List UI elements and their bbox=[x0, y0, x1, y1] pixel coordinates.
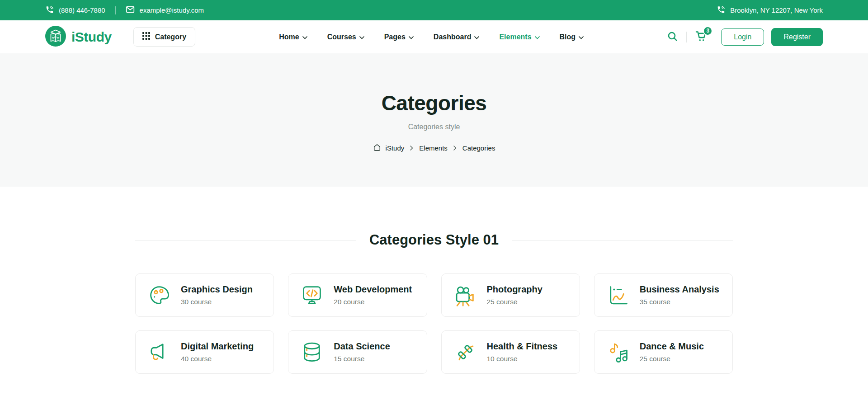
megaphone-icon bbox=[147, 340, 171, 364]
nav-label: Pages bbox=[384, 33, 406, 41]
search-button[interactable] bbox=[667, 31, 678, 43]
chevron-right-icon bbox=[453, 144, 457, 152]
istudy-logo-icon bbox=[45, 26, 66, 48]
category-course-count: 40 course bbox=[181, 355, 254, 363]
chevron-down-icon bbox=[474, 33, 479, 41]
category-card-web-development[interactable]: Web Development 20 course bbox=[288, 273, 427, 317]
heading-line-right bbox=[512, 240, 733, 240]
category-course-count: 10 course bbox=[487, 355, 558, 363]
phone-icon bbox=[45, 5, 54, 15]
section-heading: Categories Style 01 bbox=[135, 232, 733, 248]
register-button[interactable]: Register bbox=[771, 28, 823, 46]
chevron-down-icon bbox=[302, 33, 307, 41]
header-left: iStudy Category bbox=[45, 26, 195, 48]
category-course-count: 20 course bbox=[334, 298, 412, 306]
brand-name: iStudy bbox=[71, 29, 112, 45]
category-card-graphics-design[interactable]: Graphics Design 30 course bbox=[135, 273, 274, 317]
category-name: Web Development bbox=[334, 284, 412, 295]
topbar-email-text: example@istudy.com bbox=[140, 6, 204, 14]
category-course-count: 35 course bbox=[640, 298, 719, 306]
category-name: Business Analysis bbox=[640, 284, 719, 295]
chevron-right-icon bbox=[410, 144, 413, 152]
brand-logo-link[interactable]: iStudy bbox=[45, 26, 112, 48]
nav-item-pages[interactable]: Pages bbox=[384, 33, 414, 41]
topbar-location-text: Brooklyn, NY 12207, New York bbox=[730, 6, 823, 14]
category-name: Dance & Music bbox=[640, 341, 704, 352]
category-card-business-analysis[interactable]: Business Analysis 35 course bbox=[594, 273, 733, 317]
breadcrumb-item: Elements bbox=[419, 144, 448, 152]
topbar-contact-group: (888) 446-7880 example@istudy.com bbox=[45, 5, 204, 15]
video-camera-icon bbox=[453, 283, 477, 307]
category-course-count: 25 course bbox=[487, 298, 542, 306]
chevron-down-icon bbox=[359, 33, 364, 41]
page-subtitle: Categories style bbox=[408, 123, 460, 131]
mail-icon bbox=[126, 5, 135, 15]
breadcrumb: iStudy Elements Categories bbox=[373, 143, 495, 153]
code-monitor-icon bbox=[300, 283, 324, 307]
category-name: Digital Marketing bbox=[181, 341, 254, 352]
nav-item-home[interactable]: Home bbox=[279, 33, 307, 41]
category-card-digital-marketing[interactable]: Digital Marketing 40 course bbox=[135, 330, 274, 374]
music-notes-icon bbox=[606, 340, 630, 364]
topbar-phone-text: (888) 446-7880 bbox=[59, 6, 105, 14]
topbar-location-group: Brooklyn, NY 12207, New York bbox=[717, 5, 823, 15]
page-title: Categories bbox=[382, 91, 487, 115]
grid-icon bbox=[142, 32, 150, 42]
topbar-location: Brooklyn, NY 12207, New York bbox=[717, 5, 823, 15]
cart-count-badge: 3 bbox=[703, 26, 712, 36]
heading-line-left bbox=[135, 240, 356, 240]
cart-button[interactable]: 3 bbox=[695, 31, 708, 43]
category-card-data-science[interactable]: Data Science 15 course bbox=[288, 330, 427, 374]
header-divider bbox=[686, 32, 687, 42]
nav-label: Blog bbox=[560, 33, 576, 41]
category-name: Graphics Design bbox=[181, 284, 253, 295]
nav-item-blog[interactable]: Blog bbox=[560, 33, 584, 41]
search-icon bbox=[667, 31, 678, 43]
category-button-label: Category bbox=[155, 33, 186, 41]
line-chart-icon bbox=[606, 283, 630, 307]
site-header: iStudy Category Home Courses Pages Dashb… bbox=[0, 20, 868, 53]
database-icon bbox=[300, 340, 324, 364]
main-nav: Home Courses Pages Dashboard Elements Bl… bbox=[195, 33, 667, 41]
category-name: Health & Fitness bbox=[487, 341, 558, 352]
home-icon bbox=[373, 143, 381, 153]
category-name: Photography bbox=[487, 284, 542, 295]
category-course-count: 30 course bbox=[181, 298, 253, 306]
nav-label: Home bbox=[279, 33, 299, 41]
chevron-down-icon bbox=[535, 33, 540, 41]
category-card-health-fitness[interactable]: Health & Fitness 10 course bbox=[441, 330, 580, 374]
topbar-email-link[interactable]: example@istudy.com bbox=[126, 5, 204, 15]
location-icon bbox=[717, 5, 725, 15]
categories-section: Categories Style 01 Graphics Design 30 c… bbox=[0, 187, 868, 374]
topbar-divider bbox=[115, 6, 116, 14]
nav-label: Dashboard bbox=[434, 33, 472, 41]
chevron-down-icon bbox=[579, 33, 584, 41]
page-banner: Categories Categories style iStudy Eleme… bbox=[0, 53, 868, 187]
header-right: 3 Login Register bbox=[667, 28, 823, 46]
nav-item-elements[interactable]: Elements bbox=[499, 33, 539, 41]
login-button[interactable]: Login bbox=[721, 28, 764, 46]
category-course-count: 25 course bbox=[640, 355, 704, 363]
nav-item-dashboard[interactable]: Dashboard bbox=[434, 33, 480, 41]
section-title: Categories Style 01 bbox=[369, 232, 499, 248]
category-card-photography[interactable]: Photography 25 course bbox=[441, 273, 580, 317]
nav-label: Courses bbox=[327, 33, 356, 41]
category-button[interactable]: Category bbox=[133, 27, 195, 47]
breadcrumb-elements-link[interactable]: Elements bbox=[419, 144, 448, 152]
nav-label: Elements bbox=[499, 33, 531, 41]
category-card-dance-music[interactable]: Dance & Music 25 course bbox=[594, 330, 733, 374]
topbar: (888) 446-7880 example@istudy.com Brookl… bbox=[0, 0, 868, 20]
palette-icon bbox=[147, 283, 171, 307]
topbar-phone-link[interactable]: (888) 446-7880 bbox=[45, 5, 105, 15]
category-card-grid: Graphics Design 30 course Web Developmen… bbox=[135, 273, 733, 374]
breadcrumb-home-link[interactable]: iStudy bbox=[373, 143, 405, 153]
category-course-count: 15 course bbox=[334, 355, 390, 363]
category-name: Data Science bbox=[334, 341, 390, 352]
dumbbell-icon bbox=[453, 340, 477, 364]
breadcrumb-item: iStudy bbox=[386, 144, 405, 152]
breadcrumb-current: Categories bbox=[462, 144, 495, 152]
chevron-down-icon bbox=[409, 33, 414, 41]
nav-item-courses[interactable]: Courses bbox=[327, 33, 364, 41]
